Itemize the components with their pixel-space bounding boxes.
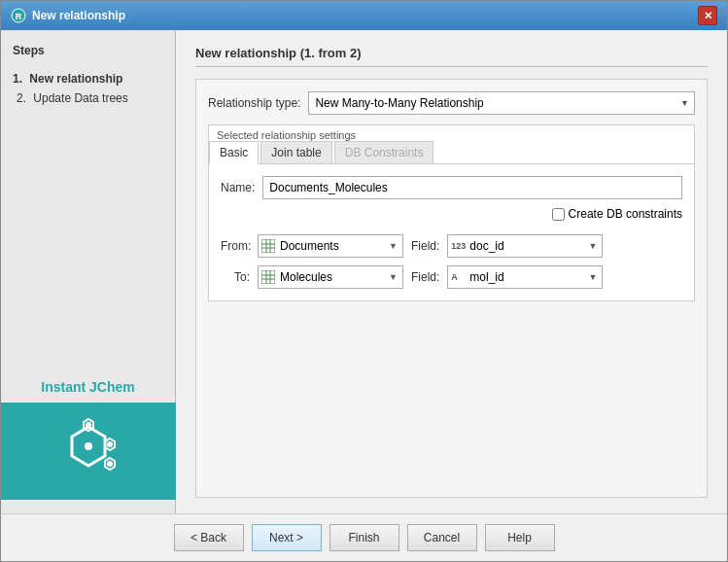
relationship-type-wrapper: New Many-to-Many Relationship	[308, 91, 695, 115]
to-field-select[interactable]: mol_id	[447, 265, 603, 289]
content-area: Steps 1. New relationship 2. Update Data…	[1, 30, 727, 513]
main-panel: New relationship (1. from 2) Relationshi…	[176, 30, 727, 513]
logo-box	[1, 403, 176, 500]
svg-point-6	[85, 442, 92, 450]
sidebar-logo-area: Instant JChem	[13, 379, 163, 500]
step-2-number: 2.	[17, 91, 26, 105]
name-row: Name:	[221, 176, 682, 199]
step-1-number: 1.	[13, 72, 22, 86]
step-2-label: Update Data trees	[33, 91, 127, 105]
new-relationship-dialog: R New relationship ✕ Steps 1. New relati…	[0, 0, 728, 562]
dialog-icon: R	[11, 8, 26, 23]
steps-list: 1. New relationship 2. Update Data trees	[13, 69, 163, 108]
to-row: To:	[221, 265, 682, 289]
step-2: 2. Update Data trees	[13, 88, 163, 108]
panel-title: New relationship (1. from 2)	[195, 46, 708, 67]
settings-group: Selected relationship settings Basic Joi…	[208, 124, 695, 301]
footer: < Back Next > Finish Cancel Help	[1, 513, 727, 561]
name-input[interactable]	[262, 176, 682, 199]
from-row: From:	[221, 234, 682, 258]
from-field-label: Field:	[411, 239, 439, 253]
title-bar-left: R New relationship	[11, 8, 125, 23]
from-field-select[interactable]: doc_id	[447, 234, 603, 258]
cancel-button[interactable]: Cancel	[407, 524, 477, 551]
svg-text:R: R	[16, 12, 22, 21]
from-field-wrapper: 123 doc_id	[447, 234, 603, 258]
molecule-icon	[54, 417, 122, 485]
to-table-wrapper: Molecules	[258, 265, 403, 289]
relationship-type-select[interactable]: New Many-to-Many Relationship	[308, 91, 695, 115]
form-section: Relationship type: New Many-to-Many Rela…	[195, 79, 708, 498]
step-1: 1. New relationship	[13, 69, 163, 88]
svg-point-7	[86, 422, 91, 428]
to-table-select[interactable]: Molecules	[258, 265, 403, 289]
tab-db-constraints: DB Constraints	[334, 141, 434, 163]
close-button[interactable]: ✕	[698, 6, 717, 25]
tab-join-table[interactable]: Join table	[260, 141, 331, 163]
create-db-constraints-checkbox[interactable]	[552, 208, 565, 221]
settings-label: Selected relationship settings	[209, 125, 694, 141]
to-field-wrapper: A mol_id	[447, 265, 603, 289]
sidebar-title: Steps	[13, 44, 163, 57]
sidebar: Steps 1. New relationship 2. Update Data…	[1, 30, 176, 513]
next-button[interactable]: Next >	[252, 524, 322, 551]
step-1-label: New relationship	[29, 72, 122, 86]
from-label: From:	[221, 239, 250, 253]
title-bar: R New relationship ✕	[1, 1, 727, 30]
relationship-type-row: Relationship type: New Many-to-Many Rela…	[208, 91, 695, 115]
help-button[interactable]: Help	[485, 524, 555, 551]
svg-point-9	[107, 461, 113, 467]
checkbox-row: Create DB constraints	[221, 207, 682, 221]
relationship-type-label: Relationship type:	[208, 96, 300, 110]
create-db-constraints-label: Create DB constraints	[569, 207, 682, 221]
svg-point-8	[107, 441, 113, 447]
from-table-select[interactable]: Documents	[258, 234, 403, 258]
tab-content: Name: Create DB constraints Fr	[209, 164, 694, 300]
logo-text: Instant JChem	[41, 379, 134, 395]
tab-basic[interactable]: Basic	[209, 141, 259, 164]
from-to-section: From:	[221, 234, 682, 289]
name-label: Name:	[221, 181, 255, 194]
dialog-title: New relationship	[32, 9, 125, 22]
finish-button[interactable]: Finish	[329, 524, 399, 551]
to-field-label: Field:	[411, 270, 439, 284]
from-table-wrapper: Documents	[258, 234, 403, 258]
back-button[interactable]: < Back	[174, 524, 244, 551]
tabs-row: Basic Join table DB Constraints	[209, 141, 694, 164]
to-label: To:	[221, 270, 250, 284]
